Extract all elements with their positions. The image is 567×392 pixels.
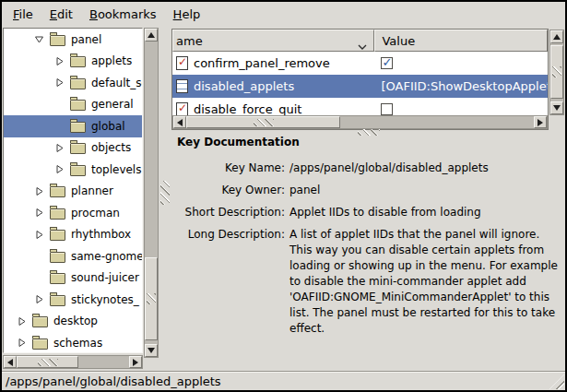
table-horizontal-scrollbar[interactable] [172, 115, 548, 129]
thumb-grip [552, 66, 561, 77]
scroll-right-button[interactable] [129, 356, 142, 368]
table-vertical-scrollbar[interactable] [549, 30, 564, 115]
menu-bookmarks[interactable]: Bookmarks [81, 5, 165, 24]
folder-icon [50, 230, 65, 241]
config-tree: panel applets default_se general global … [3, 28, 143, 353]
tree-item-planner[interactable]: planner [4, 181, 142, 203]
folder-icon [70, 122, 86, 133]
tree-horizontal-scrollbar[interactable] [3, 355, 143, 369]
menu-bar: File Edit Bookmarks Help [2, 2, 565, 26]
tree-item-same-gnome[interactable]: same-gnome [4, 245, 142, 267]
scroll-down-button[interactable] [550, 101, 563, 114]
menu-help[interactable]: Help [165, 5, 209, 24]
sort-indicator-icon [358, 39, 367, 53]
expander-closed-icon[interactable] [17, 315, 32, 327]
thumb-grip [254, 119, 274, 126]
field-label: Key Owner: [172, 183, 285, 198]
tree-item-label: toplevels [91, 163, 141, 176]
column-header-value[interactable]: Value [374, 30, 548, 52]
folder-icon [50, 186, 65, 197]
field-label: Key Name: [172, 160, 285, 176]
tree-item-label: panel [71, 33, 101, 46]
tree-item-panel[interactable]: panel [4, 29, 142, 51]
arrow-right-icon [133, 359, 138, 366]
tree-item-toplevels[interactable]: toplevels [4, 159, 142, 181]
tree-item-label: planner [71, 184, 113, 197]
table-row-disable-force-quit[interactable]: disable_force_quit [172, 98, 548, 115]
scrollbar-thumb[interactable] [145, 257, 158, 340]
expander-closed-icon[interactable] [54, 55, 70, 66]
tree-item-objects[interactable]: objects [4, 137, 142, 160]
boolean-key-icon [176, 56, 188, 70]
folder-icon [70, 100, 86, 111]
tree-item-schemas[interactable]: schemas [4, 332, 142, 353]
tree-item-label: rhythmbox [71, 228, 131, 241]
doc-field-key-owner: Key Owner: panel [172, 183, 564, 198]
scroll-up-button[interactable] [145, 29, 158, 42]
table-row-confirm-panel-remove[interactable]: confirm_panel_remove [172, 52, 548, 75]
tree-item-label: default_se [91, 77, 143, 89]
value-checkbox[interactable] [381, 57, 393, 69]
expander-closed-icon[interactable] [34, 294, 50, 305]
tree-item-label: global [91, 120, 125, 133]
scroll-up-button[interactable] [550, 30, 563, 43]
column-header-name[interactable]: ame [172, 30, 374, 52]
tree-item-label: desktop [53, 315, 98, 327]
tree-item-label: applets [91, 54, 132, 67]
tree-item-desktop[interactable]: desktop [4, 311, 142, 333]
tree-item-stickynotes[interactable]: stickynotes_ [4, 289, 142, 311]
tree-item-label: schemas [53, 337, 102, 350]
boolean-key-icon [176, 102, 188, 115]
arrow-up-icon [148, 32, 155, 38]
pane-splitter-horizontal[interactable] [358, 129, 380, 136]
expander-closed-icon[interactable] [54, 164, 70, 175]
menu-file[interactable]: File [5, 5, 41, 24]
expander-closed-icon[interactable] [17, 338, 32, 349]
thumb-grip [38, 359, 58, 366]
tree-item-rhythmbox[interactable]: rhythmbox [4, 224, 142, 246]
column-header-value-label: Value [382, 34, 415, 48]
expander-closed-icon[interactable] [34, 185, 50, 196]
tree-item-default-se[interactable]: default_se [4, 72, 142, 94]
expander-closed-icon[interactable] [54, 77, 70, 89]
arrow-left-icon [7, 359, 13, 366]
expander-closed-icon[interactable] [34, 208, 50, 219]
arrow-right-icon [537, 119, 543, 126]
tree-item-applets[interactable]: applets [4, 51, 142, 73]
value-checkbox[interactable] [381, 103, 393, 115]
scroll-left-button[interactable] [4, 356, 17, 368]
menu-edit[interactable]: Edit [41, 5, 81, 24]
scrollbar-thumb[interactable] [17, 356, 78, 368]
tree-vertical-scrollbar[interactable] [144, 28, 159, 358]
expander-closed-icon[interactable] [34, 229, 50, 240]
tree-item-global[interactable]: global [4, 115, 142, 137]
key-name-label: disabled_applets [194, 79, 294, 93]
expander-slot [34, 272, 50, 283]
expander-closed-icon[interactable] [54, 142, 70, 153]
arrow-down-icon [553, 105, 561, 111]
window-resize-grip[interactable] [549, 374, 564, 389]
expander-open-icon[interactable] [34, 34, 50, 45]
folder-icon [70, 143, 86, 154]
tree-item-label: procman [71, 207, 120, 220]
tree-item-label: objects [91, 141, 131, 154]
expander-slot [34, 251, 50, 262]
scrollbar-thumb[interactable] [550, 45, 563, 99]
tree-item-general[interactable]: general [4, 94, 142, 116]
scroll-left-button[interactable] [173, 116, 186, 128]
field-value: panel [289, 183, 560, 198]
pane-splitter-vertical[interactable] [159, 26, 171, 372]
key-name-label: confirm_panel_remove [194, 56, 330, 70]
folder-icon [32, 339, 48, 350]
scrollbar-thumb[interactable] [186, 116, 340, 128]
table-row-disabled-applets[interactable]: disabled_applets [OAFIID:ShowDesktopAppl… [172, 75, 548, 98]
folder-icon [50, 35, 65, 46]
scroll-right-button[interactable] [534, 116, 547, 128]
tree-item-sound-juicer[interactable]: sound-juicer [4, 267, 142, 290]
folder-icon [50, 273, 65, 284]
field-label: Short Description: [172, 205, 285, 220]
key-table: ame Value confirm_panel_remove di [171, 29, 549, 130]
scroll-down-button[interactable] [145, 344, 158, 357]
tree-item-procman[interactable]: procman [4, 202, 142, 224]
gconf-editor-window: File Edit Bookmarks Help panel applets d… [0, 0, 567, 392]
